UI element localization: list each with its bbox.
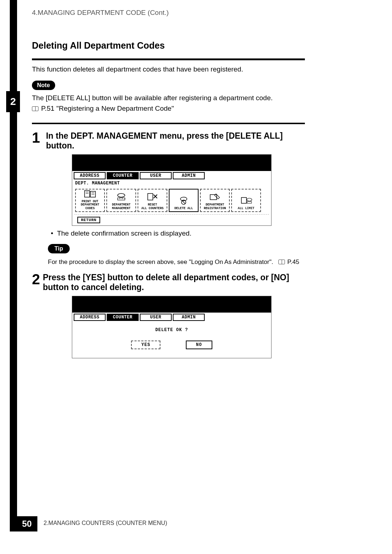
page-number: 50 (16, 516, 37, 531)
step-2: 2 Press the [YES] button to delete all d… (32, 271, 305, 292)
no-button[interactable]: NO (186, 341, 212, 349)
tab-counter[interactable]: COUNTER (107, 314, 139, 321)
limit-dial-icon (239, 195, 253, 205)
tip-text: For the procedure to display the screen … (32, 258, 305, 266)
svg-rect-9 (148, 194, 153, 200)
svg-rect-16 (247, 201, 252, 203)
svg-text:* * *: * * * (119, 198, 126, 200)
dept-management-button[interactable]: * * * DEPARTMENT MANAGEMENT (106, 189, 136, 212)
document-list-icon (83, 190, 97, 199)
delete-dial-icon (176, 195, 191, 205)
book-icon (32, 106, 38, 111)
tip-ref: P.45 (287, 258, 299, 265)
divider (32, 58, 305, 60)
screen-subtitle: DEPT. MANAGEMENT (72, 179, 271, 187)
step-1: 1 In the DEPT. MANAGEMENT menu, press th… (32, 129, 305, 151)
svg-line-12 (182, 201, 185, 204)
dept-registration-button[interactable]: DEPARTMENT REGISTRATION (200, 189, 230, 212)
button-label: DEPARTMENT REGISTRATION (204, 203, 226, 210)
return-button[interactable]: RETURN (77, 217, 100, 223)
divider-2 (32, 123, 305, 124)
step-text: Press the [YES] button to delete all dep… (43, 271, 305, 292)
reset-doc-icon (145, 192, 160, 202)
step-1-result: • The delete confirmation screen is disp… (32, 229, 305, 237)
tab-counter[interactable]: COUNTER (107, 172, 139, 179)
step-number: 1 (32, 130, 46, 151)
touchscreen-screenshot-2: ADDRESS COUNTER USER ADMIN DELETE OK ? Y… (72, 296, 271, 358)
book-icon (278, 260, 285, 264)
yes-button[interactable]: YES (131, 341, 160, 349)
footer-breadcrumb: 2.MANAGING COUNTERS (COUNTER MENU) (44, 520, 167, 526)
screen-header-band (72, 155, 271, 171)
intro-text: This function deletes all department cod… (32, 65, 305, 74)
register-pen-icon (208, 192, 222, 202)
left-page-strip (10, 0, 17, 530)
tab-user[interactable]: USER (140, 172, 172, 179)
section-title: Deleting All Department Codes (32, 40, 305, 51)
chapter-tab: 2 (6, 91, 20, 112)
tab-admin[interactable]: ADMIN (173, 172, 205, 179)
all-limit-button[interactable]: ALL LIMIT (231, 189, 261, 212)
note-ref: P.51 "Registering a New Department Code" (32, 103, 305, 114)
button-label: DELETE ALL (174, 207, 193, 210)
svg-rect-13 (210, 195, 217, 200)
svg-point-15 (247, 198, 252, 201)
dial-stars-icon: * * * (114, 192, 128, 202)
svg-rect-0 (85, 191, 90, 197)
delete-confirm-text: DELETE OK ? (72, 327, 271, 333)
reset-all-counters-button[interactable]: RESET ALL COUNTERS (138, 189, 167, 212)
button-label: PRINT OUT DEPARTMENT CODES (76, 200, 104, 210)
delete-all-button[interactable]: DELETE ALL (169, 189, 199, 212)
step-text: In the DEPT. MANAGEMENT menu, press the … (46, 129, 305, 151)
svg-point-6 (118, 194, 125, 197)
tab-user[interactable]: USER (140, 314, 172, 321)
svg-rect-14 (241, 197, 246, 203)
screen-header-band (72, 296, 271, 313)
tab-address[interactable]: ADDRESS (74, 172, 106, 179)
print-out-dept-codes-button[interactable]: PRINT OUT DEPARTMENT CODES (75, 189, 105, 212)
note-ref-text: P.51 "Registering a New Department Code" (41, 105, 174, 112)
tab-address[interactable]: ADDRESS (74, 314, 106, 321)
step-number: 2 (32, 272, 43, 292)
top-breadcrumb: 4.MANAGING DEPARTMENT CODE (Cont.) (32, 9, 169, 17)
note-line: The [DELETE ALL] button will be availabl… (32, 93, 305, 103)
button-label: DEPARTMENT MANAGEMENT (112, 203, 130, 210)
tab-admin[interactable]: ADMIN (173, 314, 205, 321)
touchscreen-screenshot-1: ADDRESS COUNTER USER ADMIN DEPT. MANAGEM… (72, 154, 271, 226)
button-label: RESET ALL COUNTERS (141, 203, 163, 210)
note-badge: Note (32, 81, 55, 90)
button-label: ALL LIMIT (238, 207, 254, 210)
tip-badge: Tip (48, 244, 70, 253)
